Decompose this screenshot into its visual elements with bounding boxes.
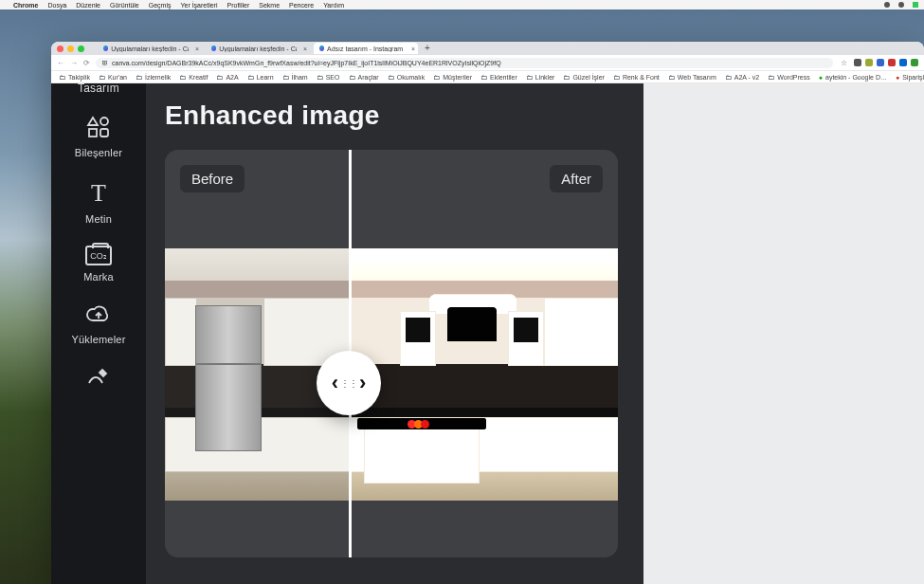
sidebar-item-label: Tasarım xyxy=(78,82,119,95)
bookmark-item[interactable]: ●Siparişlerim xyxy=(896,74,924,81)
bookmark-item[interactable]: 🗀Eklentiler xyxy=(480,74,517,81)
browser-tab[interactable]: Uygulamaları keşfedin - Can… × xyxy=(206,43,310,54)
reload-button[interactable]: ⟳ xyxy=(83,59,90,67)
menubar-item[interactable]: Yardım xyxy=(323,2,344,9)
extension-icon[interactable] xyxy=(911,59,918,66)
sidebar-item-draw[interactable] xyxy=(86,366,111,389)
menubar-item[interactable]: Dosya xyxy=(47,2,66,9)
address-bar: ← → ⟳ ⛨ canva.com/design/DAGBr39kACc/x9q… xyxy=(51,55,924,71)
after-image xyxy=(351,248,618,501)
sidebar-item-label: Marka xyxy=(83,271,114,283)
bookmark-item[interactable]: 🗀Linkler xyxy=(526,74,555,81)
sidebar-item-elements[interactable]: Bileşenler xyxy=(75,116,122,158)
close-window-button[interactable] xyxy=(57,46,63,52)
before-badge: Before xyxy=(180,165,245,192)
sidebar-item-brand[interactable]: CO₂ Marka xyxy=(83,246,114,283)
bookmark-item[interactable]: 🗀Web Tasarım xyxy=(668,74,716,81)
menubar-item[interactable]: Sekme xyxy=(259,2,280,9)
minimize-window-button[interactable] xyxy=(67,46,74,52)
maximize-window-button[interactable] xyxy=(78,46,84,52)
brand-icon: CO₂ xyxy=(85,246,112,265)
bookmark-item[interactable]: ●aytekin - Google D… xyxy=(819,74,887,81)
bookmark-item[interactable]: 🗀İlham xyxy=(282,74,308,81)
extension-icon[interactable] xyxy=(899,59,907,66)
close-tab-icon[interactable]: × xyxy=(303,46,307,52)
folder-icon: 🗀 xyxy=(317,74,323,81)
menubar-app[interactable]: Chrome xyxy=(13,2,38,9)
tab-favicon xyxy=(103,46,108,51)
folder-icon: 🗀 xyxy=(480,74,487,81)
extension-icon[interactable] xyxy=(854,59,861,66)
extension-icon[interactable] xyxy=(865,59,873,66)
bookmark-item[interactable]: 🗀Araçlar xyxy=(349,74,379,81)
canva-left-pane: Tasarım Bileşenler T Metin CO₂ Ma xyxy=(51,83,643,584)
menubar-right xyxy=(882,2,920,8)
site-icon: ● xyxy=(819,74,823,81)
canvas-area[interactable] xyxy=(643,83,924,584)
bookmark-item[interactable]: 🗀Müşteriler xyxy=(433,74,472,81)
extension-icon[interactable] xyxy=(877,59,884,66)
menubar-item[interactable]: Görüntüle xyxy=(110,2,139,9)
canva-sidebar: Tasarım Bileşenler T Metin CO₂ Ma xyxy=(51,83,146,584)
folder-icon: 🗀 xyxy=(768,74,774,81)
folder-icon: 🗀 xyxy=(247,74,254,81)
draw-icon xyxy=(86,366,111,389)
bookmark-item[interactable]: 🗀Okumalık xyxy=(388,74,426,81)
folder-icon: 🗀 xyxy=(668,74,675,81)
folder-icon: 🗀 xyxy=(526,74,533,81)
after-badge: After xyxy=(550,165,603,192)
panel-title: Enhanced image xyxy=(165,100,625,131)
site-icon: ● xyxy=(896,74,899,81)
sidebar-item-label: Yüklemeler xyxy=(71,334,125,345)
menubar-item[interactable]: Düzenle xyxy=(76,2,100,9)
bookmark-item[interactable]: 🗀Güzel İşler xyxy=(563,74,604,81)
bookmark-item[interactable]: 🗀Learn xyxy=(247,74,274,81)
window-controls xyxy=(57,46,84,52)
browser-tab-active[interactable]: Adsız tasarım - Instagram Gö… × xyxy=(314,43,418,54)
menubar-status-icon[interactable] xyxy=(884,2,890,8)
text-icon: T xyxy=(91,179,106,208)
bookmark-item[interactable]: 🗀A2A xyxy=(216,74,238,81)
sidebar-item-text[interactable]: T Metin xyxy=(85,179,112,225)
bookmark-item[interactable]: 🗀Renk & Font xyxy=(613,74,660,81)
site-info-icon[interactable]: ⛨ xyxy=(101,60,108,66)
folder-icon: 🗀 xyxy=(613,74,620,81)
tab-favicon xyxy=(319,46,324,51)
browser-tab[interactable]: Uygulamaları keşfedin - Can… × xyxy=(98,43,202,54)
cloud-upload-icon xyxy=(85,303,112,328)
folder-icon: 🗀 xyxy=(433,74,440,81)
close-tab-icon[interactable]: × xyxy=(411,46,415,52)
bookmark-item[interactable]: 🗀A2A - v2 xyxy=(725,74,759,81)
compare-slider-handle[interactable]: ‹ ⋮⋮ › xyxy=(317,351,381,415)
bookmark-item[interactable]: 🗀Takiplik xyxy=(59,74,90,81)
tab-title: Uygulamaları keşfedin - Can… xyxy=(111,46,189,52)
menubar-status-icon[interactable] xyxy=(913,2,918,8)
menubar-item[interactable]: Geçmiş xyxy=(149,2,172,9)
forward-button[interactable]: → xyxy=(70,59,78,67)
menubar-item[interactable]: Yer İşaretleri xyxy=(180,2,217,9)
svg-rect-2 xyxy=(100,129,108,137)
mac-menubar: Chrome Dosya Düzenle Görüntüle Geçmiş Ye… xyxy=(0,0,924,9)
close-tab-icon[interactable]: × xyxy=(195,46,199,52)
sidebar-item-uploads[interactable]: Yüklemeler xyxy=(71,303,125,345)
folder-icon: 🗀 xyxy=(59,74,65,81)
new-tab-button[interactable]: + xyxy=(422,44,433,53)
folder-icon: 🗀 xyxy=(99,74,105,81)
before-after-compare[interactable]: Before After xyxy=(165,150,618,557)
tab-title: Uygulamaları keşfedin - Can… xyxy=(219,46,297,52)
bookmark-item[interactable]: 🗀Kreatif xyxy=(179,74,208,81)
sidebar-item-design[interactable]: Tasarım xyxy=(78,82,119,95)
back-button[interactable]: ← xyxy=(57,59,64,67)
menubar-item[interactable]: Pencere xyxy=(289,2,314,9)
bookmark-item[interactable]: 🗀WordPress xyxy=(768,74,810,81)
url-input[interactable]: ⛨ canva.com/design/DAGBr39kACc/x9qSK9vkW… xyxy=(96,58,833,68)
tab-strip: Uygulamaları keşfedin - Can… × Uygulamal… xyxy=(51,42,924,55)
menubar-item[interactable]: Profiller xyxy=(227,2,250,9)
bookmark-item[interactable]: 🗀Kur'an xyxy=(99,74,127,81)
bookmark-item[interactable]: 🗀SEO xyxy=(317,74,340,81)
chrome-window: Uygulamaları keşfedin - Can… × Uygulamal… xyxy=(51,42,924,584)
bookmark-star-icon[interactable]: ☆ xyxy=(839,59,848,67)
bookmark-item[interactable]: 🗀İzlemelik xyxy=(136,74,171,81)
menubar-status-icon[interactable] xyxy=(898,2,904,8)
extension-icon[interactable] xyxy=(888,59,896,66)
